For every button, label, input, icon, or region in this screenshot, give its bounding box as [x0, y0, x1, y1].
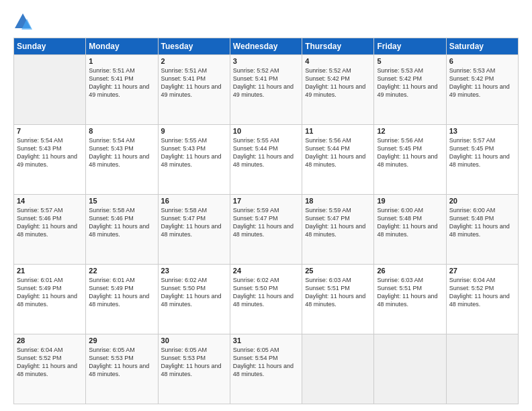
calendar-cell: 3Sunrise: 5:52 AMSunset: 5:41 PMDaylight… [230, 55, 302, 125]
calendar-week-3: 14Sunrise: 5:57 AMSunset: 5:46 PMDayligh… [14, 195, 519, 265]
day-number: 4 [305, 57, 371, 65]
calendar-cell: 31Sunrise: 6:05 AMSunset: 5:54 PMDayligh… [230, 334, 302, 404]
day-number: 24 [233, 267, 299, 275]
day-number: 2 [161, 57, 227, 65]
calendar-cell: 14Sunrise: 5:57 AMSunset: 5:46 PMDayligh… [14, 195, 86, 265]
day-info: Sunrise: 5:52 AMSunset: 5:41 PMDaylight:… [233, 66, 299, 99]
day-info: Sunrise: 6:03 AMSunset: 5:51 PMDaylight:… [305, 276, 371, 309]
day-number: 20 [449, 197, 515, 205]
calendar-cell: 6Sunrise: 5:53 AMSunset: 5:42 PMDaylight… [446, 55, 518, 125]
calendar-cell: 18Sunrise: 5:59 AMSunset: 5:47 PMDayligh… [302, 195, 374, 265]
calendar-cell: 25Sunrise: 6:03 AMSunset: 5:51 PMDayligh… [302, 265, 374, 334]
day-header-thursday: Thursday [302, 38, 374, 55]
day-info: Sunrise: 6:05 AMSunset: 5:53 PMDaylight:… [161, 346, 227, 379]
day-info: Sunrise: 5:51 AMSunset: 5:41 PMDaylight:… [89, 66, 154, 99]
calendar-cell: 28Sunrise: 6:04 AMSunset: 5:52 PMDayligh… [14, 334, 86, 404]
calendar-cell: 12Sunrise: 5:56 AMSunset: 5:45 PMDayligh… [374, 125, 446, 195]
day-info: Sunrise: 5:59 AMSunset: 5:47 PMDaylight:… [233, 206, 299, 239]
day-info: Sunrise: 5:53 AMSunset: 5:42 PMDaylight:… [449, 66, 515, 99]
day-number: 16 [161, 197, 227, 205]
day-info: Sunrise: 5:52 AMSunset: 5:42 PMDaylight:… [305, 66, 371, 99]
day-number: 27 [449, 267, 515, 275]
calendar-week-5: 28Sunrise: 6:04 AMSunset: 5:52 PMDayligh… [14, 334, 519, 404]
calendar-cell: 16Sunrise: 5:58 AMSunset: 5:47 PMDayligh… [158, 195, 230, 265]
calendar-cell: 13Sunrise: 5:57 AMSunset: 5:45 PMDayligh… [446, 125, 518, 195]
calendar-cell [446, 334, 518, 404]
day-number: 10 [233, 127, 299, 135]
calendar-table: SundayMondayTuesdayWednesdayThursdayFrid… [13, 38, 519, 404]
day-number: 18 [305, 197, 371, 205]
day-info: Sunrise: 5:58 AMSunset: 5:47 PMDaylight:… [161, 206, 227, 239]
calendar-cell: 22Sunrise: 6:01 AMSunset: 5:49 PMDayligh… [86, 265, 158, 334]
calendar-cell: 23Sunrise: 6:02 AMSunset: 5:50 PMDayligh… [158, 265, 230, 334]
day-info: Sunrise: 5:56 AMSunset: 5:45 PMDaylight:… [377, 136, 443, 169]
calendar-cell: 26Sunrise: 6:03 AMSunset: 5:51 PMDayligh… [374, 265, 446, 334]
day-info: Sunrise: 6:04 AMSunset: 5:52 PMDaylight:… [17, 346, 83, 379]
calendar-page: SundayMondayTuesdayWednesdayThursdayFrid… [0, 0, 532, 411]
day-info: Sunrise: 6:03 AMSunset: 5:51 PMDaylight:… [377, 276, 443, 309]
day-number: 25 [305, 267, 371, 275]
calendar-cell: 11Sunrise: 5:56 AMSunset: 5:44 PMDayligh… [302, 125, 374, 195]
calendar-cell [302, 334, 374, 404]
day-info: Sunrise: 5:54 AMSunset: 5:43 PMDaylight:… [17, 136, 83, 169]
calendar-cell: 10Sunrise: 5:55 AMSunset: 5:44 PMDayligh… [230, 125, 302, 195]
calendar-cell [374, 334, 446, 404]
day-number: 31 [233, 336, 299, 345]
logo-icon [13, 12, 32, 31]
day-info: Sunrise: 5:58 AMSunset: 5:46 PMDaylight:… [89, 206, 154, 239]
calendar-cell: 17Sunrise: 5:59 AMSunset: 5:47 PMDayligh… [230, 195, 302, 265]
day-number: 5 [377, 57, 443, 65]
day-number: 19 [377, 197, 443, 205]
day-number: 26 [377, 267, 443, 275]
calendar-cell: 1Sunrise: 5:51 AMSunset: 5:41 PMDaylight… [86, 55, 158, 125]
day-info: Sunrise: 6:02 AMSunset: 5:50 PMDaylight:… [161, 276, 227, 309]
day-info: Sunrise: 5:59 AMSunset: 5:47 PMDaylight:… [305, 206, 371, 239]
day-info: Sunrise: 6:05 AMSunset: 5:54 PMDaylight:… [233, 346, 299, 379]
day-header-saturday: Saturday [446, 38, 518, 55]
calendar-week-4: 21Sunrise: 6:01 AMSunset: 5:49 PMDayligh… [14, 265, 519, 334]
day-header-friday: Friday [374, 38, 446, 55]
day-info: Sunrise: 6:01 AMSunset: 5:49 PMDaylight:… [17, 276, 83, 309]
day-number: 22 [89, 267, 154, 275]
header [13, 12, 519, 31]
day-number: 13 [449, 127, 515, 135]
day-info: Sunrise: 6:02 AMSunset: 5:50 PMDaylight:… [233, 276, 299, 309]
day-number: 9 [161, 127, 227, 135]
calendar-cell: 30Sunrise: 6:05 AMSunset: 5:53 PMDayligh… [158, 334, 230, 404]
day-info: Sunrise: 5:54 AMSunset: 5:43 PMDaylight:… [89, 136, 154, 169]
day-info: Sunrise: 6:04 AMSunset: 5:52 PMDaylight:… [449, 276, 515, 309]
day-header-monday: Monday [86, 38, 158, 55]
day-number: 3 [233, 57, 299, 65]
day-number: 1 [89, 57, 154, 65]
calendar-cell: 15Sunrise: 5:58 AMSunset: 5:46 PMDayligh… [86, 195, 158, 265]
day-info: Sunrise: 5:56 AMSunset: 5:44 PMDaylight:… [305, 136, 371, 169]
day-number: 12 [377, 127, 443, 135]
calendar-cell: 2Sunrise: 5:51 AMSunset: 5:41 PMDaylight… [158, 55, 230, 125]
calendar-header-row: SundayMondayTuesdayWednesdayThursdayFrid… [14, 38, 519, 55]
day-number: 11 [305, 127, 371, 135]
day-number: 8 [89, 127, 154, 135]
day-info: Sunrise: 5:55 AMSunset: 5:44 PMDaylight:… [233, 136, 299, 169]
calendar-cell: 29Sunrise: 6:05 AMSunset: 5:53 PMDayligh… [86, 334, 158, 404]
calendar-cell: 8Sunrise: 5:54 AMSunset: 5:43 PMDaylight… [86, 125, 158, 195]
calendar-cell: 21Sunrise: 6:01 AMSunset: 5:49 PMDayligh… [14, 265, 86, 334]
day-number: 29 [89, 336, 154, 345]
day-info: Sunrise: 5:57 AMSunset: 5:45 PMDaylight:… [449, 136, 515, 169]
day-number: 7 [17, 127, 83, 135]
day-info: Sunrise: 5:51 AMSunset: 5:41 PMDaylight:… [161, 66, 227, 99]
logo [13, 12, 35, 31]
calendar-cell: 4Sunrise: 5:52 AMSunset: 5:42 PMDaylight… [302, 55, 374, 125]
day-info: Sunrise: 6:00 AMSunset: 5:48 PMDaylight:… [377, 206, 443, 239]
calendar-cell: 20Sunrise: 6:00 AMSunset: 5:48 PMDayligh… [446, 195, 518, 265]
day-number: 14 [17, 197, 83, 205]
day-info: Sunrise: 6:05 AMSunset: 5:53 PMDaylight:… [89, 346, 154, 379]
day-number: 17 [233, 197, 299, 205]
day-info: Sunrise: 6:01 AMSunset: 5:49 PMDaylight:… [89, 276, 154, 309]
day-info: Sunrise: 5:57 AMSunset: 5:46 PMDaylight:… [17, 206, 83, 239]
day-number: 30 [161, 336, 227, 345]
calendar-week-1: 1Sunrise: 5:51 AMSunset: 5:41 PMDaylight… [14, 55, 519, 125]
day-header-wednesday: Wednesday [230, 38, 302, 55]
day-number: 6 [449, 57, 515, 65]
day-number: 23 [161, 267, 227, 275]
day-header-sunday: Sunday [14, 38, 86, 55]
